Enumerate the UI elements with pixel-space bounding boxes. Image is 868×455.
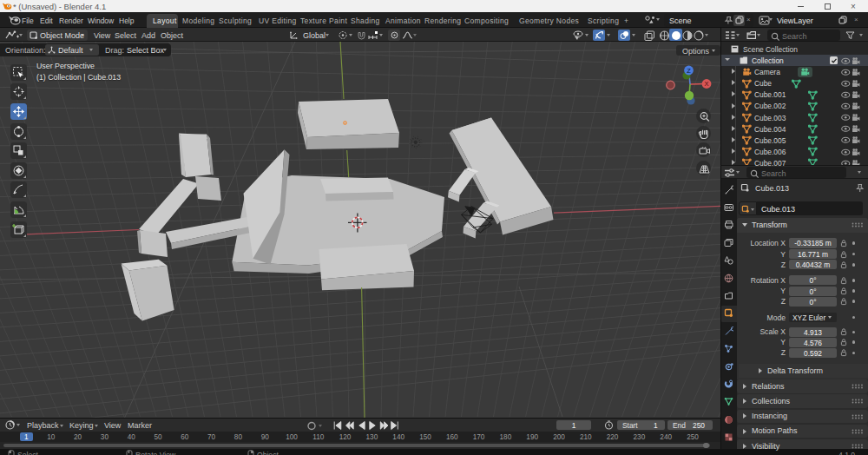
svg-text:X: X [704, 80, 708, 88]
svg-text:Z: Z [687, 67, 691, 75]
